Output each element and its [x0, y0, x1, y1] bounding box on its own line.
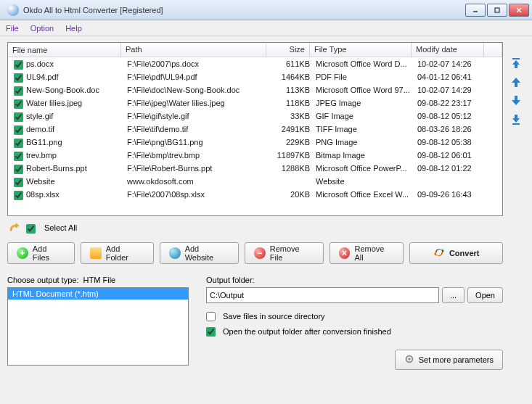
more-params-button[interactable]: Set more parameters — [395, 350, 503, 370]
save-in-source-label: Save files in source directory — [223, 312, 325, 321]
row-checkbox[interactable] — [14, 112, 23, 122]
file-type: Bitmap Image — [313, 149, 414, 162]
file-size: 113KB — [269, 83, 313, 96]
menu-help[interactable]: Help — [65, 24, 82, 33]
table-row[interactable]: Robert-Burns.pptF:\File\Robert-Burns.ppt… — [8, 162, 502, 175]
file-size: 11897KB — [269, 149, 313, 162]
file-name: demo.tif — [26, 123, 54, 136]
file-name: ps.docx — [26, 57, 54, 70]
remove-all-button[interactable]: ×Remove All — [330, 242, 404, 264]
file-path: F:\File\bmp\trev.bmp — [124, 149, 269, 162]
browse-button[interactable]: ... — [442, 287, 465, 303]
file-name: Water lilies.jpeg — [26, 96, 82, 110]
app-window: Okdo All to Html Converter [Registered] … — [0, 0, 532, 404]
file-path: F:\File\tif\demo.tif — [124, 123, 269, 136]
table-row[interactable]: BG11.pngF:\File\png\BG11.png229KBPNG Ima… — [8, 136, 502, 149]
row-checkbox[interactable] — [14, 152, 23, 161]
file-type: Website — [313, 175, 414, 188]
plus-icon: + — [17, 247, 28, 259]
col-type[interactable]: File Type — [310, 43, 412, 57]
table-row[interactable]: ps.docxF:\File\2007\ps.docx611KBMicrosof… — [8, 57, 502, 70]
col-path[interactable]: Path — [121, 43, 266, 57]
remove-file-button[interactable]: −Remove File — [245, 242, 324, 264]
row-checkbox[interactable] — [14, 165, 23, 174]
file-size: 33KB — [269, 110, 313, 123]
file-type: PDF File — [313, 70, 414, 83]
col-date[interactable]: Modify date — [412, 43, 484, 57]
row-checkbox[interactable] — [14, 60, 23, 70]
file-name: style.gif — [26, 110, 53, 123]
file-date: 10-02-07 14:26 — [414, 57, 487, 70]
convert-button[interactable]: Convert — [409, 242, 503, 264]
open-after-checkbox[interactable] — [206, 327, 216, 337]
table-row[interactable]: style.gifF:\File\gif\style.gif33KBGIF Im… — [8, 110, 502, 123]
move-bottom-button[interactable] — [509, 113, 523, 126]
save-in-source-checkbox[interactable] — [206, 312, 216, 321]
close-button[interactable] — [509, 4, 529, 17]
select-all-checkbox[interactable] — [26, 224, 36, 234]
row-checkbox[interactable] — [14, 86, 23, 96]
open-after-label: Open the output folder after conversion … — [223, 327, 391, 336]
table-row[interactable]: Water lilies.jpegF:\File\jpeg\Water lili… — [8, 96, 502, 110]
file-size: 2491KB — [269, 123, 313, 136]
table-row[interactable]: demo.tifF:\File\tif\demo.tif2491KBTIFF I… — [8, 123, 502, 136]
file-path: www.okdosoft.com — [124, 175, 269, 188]
x-icon: × — [339, 247, 351, 259]
output-type-section: Choose output type: HTM File HTML Docume… — [7, 276, 189, 370]
svg-point-5 — [408, 358, 411, 360]
table-row[interactable]: trev.bmpF:\File\bmp\trev.bmp11897KBBitma… — [8, 149, 502, 162]
output-type-item[interactable]: HTML Document (*.htm) — [8, 288, 188, 300]
row-checkbox[interactable] — [14, 99, 23, 109]
select-all-label: Select All — [44, 223, 77, 232]
move-down-button[interactable] — [509, 94, 523, 107]
output-type-current: HTM File — [83, 276, 116, 284]
add-files-button[interactable]: +Add Files — [7, 242, 75, 264]
table-row[interactable]: New-Song-Book.docF:\File\doc\New-Song-Bo… — [8, 83, 502, 96]
file-type: JPEG Image — [313, 96, 414, 110]
add-folder-button[interactable]: Add Folder — [81, 242, 154, 264]
row-checkbox[interactable] — [14, 73, 23, 83]
table-row[interactable]: 08sp.xlsxF:\File\2007\08sp.xlsx20KBMicro… — [8, 188, 502, 201]
menu-file[interactable]: File — [6, 24, 19, 33]
file-name: BG11.png — [26, 136, 62, 149]
file-path: F:\File\gif\style.gif — [124, 110, 269, 123]
curve-arrow-icon — [9, 222, 20, 234]
file-path: F:\File\Robert-Burns.ppt — [124, 162, 269, 175]
file-size — [269, 175, 313, 188]
file-type: Microsoft Office PowerP... — [313, 162, 414, 175]
svg-rect-6 — [512, 58, 520, 59]
col-extra[interactable] — [484, 43, 502, 57]
file-path: F:\File\pdf\UL94.pdf — [124, 70, 269, 83]
file-date: 09-08-12 06:01 — [414, 149, 487, 162]
globe-icon — [169, 247, 181, 259]
output-type-listbox[interactable]: HTML Document (*.htm) — [7, 287, 189, 366]
maximize-button[interactable] — [487, 4, 507, 17]
file-type: GIF Image — [313, 110, 414, 123]
col-size[interactable]: Size — [266, 43, 310, 57]
file-size: 20KB — [269, 188, 313, 201]
file-name: Robert-Burns.ppt — [26, 162, 87, 175]
file-path: F:\File\doc\New-Song-Book.doc — [124, 83, 269, 96]
row-checkbox[interactable] — [14, 191, 23, 200]
table-row[interactable]: Websitewww.okdosoft.comWebsite — [8, 175, 502, 188]
open-folder-button[interactable]: Open — [467, 287, 503, 303]
add-website-button[interactable]: Add Website — [160, 242, 239, 264]
file-name: 08sp.xlsx — [26, 188, 60, 201]
table-row[interactable]: UL94.pdfF:\File\pdf\UL94.pdf1464KBPDF Fi… — [8, 70, 502, 83]
row-checkbox[interactable] — [14, 125, 23, 135]
move-top-button[interactable] — [509, 57, 523, 70]
file-table: File name Path Size File Type Modify dat… — [7, 42, 503, 216]
menu-option[interactable]: Option — [30, 24, 54, 33]
file-type: TIFF Image — [313, 123, 414, 136]
file-type: Microsoft Office Word 97... — [313, 83, 414, 96]
output-folder-input[interactable] — [206, 287, 439, 303]
table-header: File name Path Size File Type Modify dat… — [8, 43, 502, 57]
move-up-button[interactable] — [509, 75, 523, 88]
minimize-button[interactable] — [465, 4, 486, 17]
file-size: 229KB — [269, 136, 313, 149]
col-name[interactable]: File name — [8, 43, 121, 57]
row-checkbox[interactable] — [14, 178, 23, 187]
file-date: 08-03-26 18:26 — [414, 123, 487, 136]
svg-rect-7 — [512, 123, 520, 125]
row-checkbox[interactable] — [14, 139, 23, 148]
